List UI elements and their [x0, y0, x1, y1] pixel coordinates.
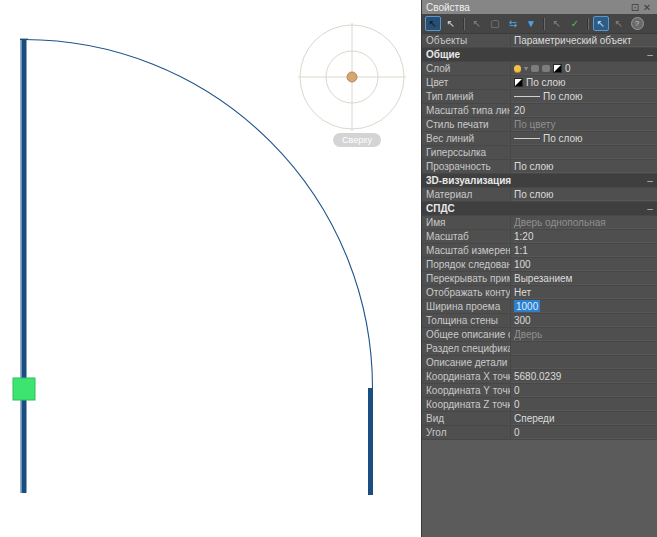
property-row[interactable]: Объекты Параметрический объект: [422, 34, 657, 48]
property-row[interactable]: Масштаб измерений 1:1: [422, 244, 657, 258]
property-value[interactable]: 100: [511, 258, 657, 271]
pin-icon[interactable]: ⊡: [629, 2, 641, 13]
property-value-text: По цвету: [514, 118, 555, 131]
property-row[interactable]: Координата X точки в... 5680.0239: [422, 370, 657, 384]
cycle-select-tool-icon[interactable]: ⇆: [505, 16, 521, 31]
property-value[interactable]: 1:1: [511, 244, 657, 257]
section-label: СПДС: [422, 202, 643, 215]
property-label: Масштаб: [422, 230, 511, 243]
property-row[interactable]: Порядок следования 100: [422, 258, 657, 272]
property-value[interactable]: Параметрический объект: [511, 34, 657, 47]
property-value[interactable]: Нет: [511, 286, 657, 299]
property-value[interactable]: [511, 342, 657, 355]
deselect-tool-icon[interactable]: ↖: [469, 16, 485, 31]
property-value[interactable]: 1000: [511, 300, 657, 313]
property-row[interactable]: Отображать контуры ... Нет: [422, 286, 657, 300]
quick-select-tool-icon[interactable]: ↖: [611, 16, 627, 31]
property-value-text: 1000: [514, 300, 540, 313]
view-pill-label: Сверху: [342, 135, 373, 145]
property-value[interactable]: По слою: [511, 160, 657, 173]
property-value-text: 0: [514, 384, 520, 397]
property-value[interactable]: 300: [511, 314, 657, 327]
application-window: Сверху Свойства ⊡ ✕ ↖↖↖▢⇆▼↖✓↖↖? Объекты …: [0, 0, 657, 537]
window-select-tool-icon[interactable]: ▢: [487, 16, 503, 31]
color-swatch-icon: [514, 78, 523, 87]
collapse-minus-icon[interactable]: –: [643, 202, 657, 215]
panel-titlebar[interactable]: Свойства ⊡ ✕: [422, 0, 657, 14]
select-tool-icon[interactable]: ↖: [425, 16, 441, 31]
property-value[interactable]: По слою: [511, 132, 657, 145]
property-value-text: 0: [565, 62, 571, 75]
help-button-icon[interactable]: ?: [629, 16, 645, 31]
property-row[interactable]: Общее описание объ... Дверь: [422, 328, 657, 342]
property-value[interactable]: [511, 146, 657, 159]
highlight-toggle-icon[interactable]: ↖: [593, 16, 609, 31]
property-row[interactable]: Координата Y точки в... 0: [422, 384, 657, 398]
property-row[interactable]: Вес линий По слою: [422, 132, 657, 146]
property-row[interactable]: Масштаб 1:20: [422, 230, 657, 244]
property-row[interactable]: Ширина проема 1000: [422, 300, 657, 314]
property-value[interactable]: 0: [511, 384, 657, 397]
property-label: Толщина стены: [422, 314, 511, 327]
collapse-minus-icon[interactable]: –: [643, 174, 657, 187]
property-row[interactable]: Имя Дверь однопольная: [422, 216, 657, 230]
property-value[interactable]: Дверь: [511, 328, 657, 341]
property-row[interactable]: Толщина стены 300: [422, 314, 657, 328]
property-value[interactable]: ▾0: [511, 62, 657, 75]
property-value[interactable]: По цвету: [511, 118, 657, 131]
property-rows: Объекты Параметрический объект Общие – С…: [422, 34, 657, 440]
property-label: Общее описание объ...: [422, 328, 511, 341]
property-row[interactable]: Стиль печати По цвету: [422, 118, 657, 132]
view-compass[interactable]: [298, 23, 406, 131]
property-label: Цвет: [422, 76, 511, 89]
property-value[interactable]: Спереди: [511, 412, 657, 425]
property-value[interactable]: По слою: [511, 90, 657, 103]
property-value-text: По слою: [514, 160, 554, 173]
property-label: Угол: [422, 426, 511, 439]
property-value[interactable]: 5680.0239: [511, 370, 657, 383]
property-row[interactable]: Прозрачность По слою: [422, 160, 657, 174]
property-row[interactable]: Тип линий По слою: [422, 90, 657, 104]
property-row[interactable]: Раздел спецификации: [422, 342, 657, 356]
linetype-preview-icon: [514, 96, 540, 97]
apply-selection-tool-icon[interactable]: ✓: [567, 16, 583, 31]
property-value[interactable]: 20: [511, 104, 657, 117]
property-value[interactable]: 0: [511, 398, 657, 411]
property-row[interactable]: Слой ▾0: [422, 62, 657, 76]
property-value[interactable]: Вырезанием: [511, 272, 657, 285]
property-value[interactable]: 1:20: [511, 230, 657, 243]
property-row[interactable]: Вид Спереди: [422, 412, 657, 426]
add-to-selection-tool-icon[interactable]: ↖: [549, 16, 565, 31]
property-row[interactable]: Гиперссылка: [422, 146, 657, 160]
property-row[interactable]: Масштаб типа линий 20: [422, 104, 657, 118]
property-row[interactable]: Перекрывать примит... Вырезанием: [422, 272, 657, 286]
property-row[interactable]: Угол 0: [422, 426, 657, 440]
cursor-tool-icon[interactable]: ↖: [443, 16, 459, 31]
view-name-pill[interactable]: Сверху: [333, 133, 381, 147]
collapse-minus-icon[interactable]: –: [643, 48, 657, 61]
property-value[interactable]: Дверь однопольная: [511, 216, 657, 229]
property-value[interactable]: По слою: [511, 188, 657, 201]
property-row[interactable]: Цвет По слою: [422, 76, 657, 90]
section-header[interactable]: Общие –: [422, 48, 657, 62]
property-row[interactable]: Описание детали: [422, 356, 657, 370]
property-value[interactable]: [511, 356, 657, 369]
property-label: Перекрывать примит...: [422, 272, 511, 285]
section-label: 3D-визуализация: [422, 174, 643, 187]
section-header[interactable]: СПДС –: [422, 202, 657, 216]
close-icon[interactable]: ✕: [641, 2, 653, 13]
section-header[interactable]: 3D-визуализация –: [422, 174, 657, 188]
property-value-text: 1:1: [514, 244, 528, 257]
property-row[interactable]: Координата Z точки в... 0: [422, 398, 657, 412]
drawing-canvas[interactable]: Сверху: [0, 0, 421, 537]
property-value[interactable]: 0: [511, 426, 657, 439]
layer-visibility-bulb-icon: [514, 65, 521, 72]
selection-filter-tool-icon[interactable]: ▼: [523, 16, 539, 31]
property-value[interactable]: По слою: [511, 76, 657, 89]
property-value-text: Вырезанием: [514, 272, 572, 285]
help-glyph: ?: [631, 17, 644, 30]
property-row[interactable]: Материал По слою: [422, 188, 657, 202]
grip-handle[interactable]: [13, 378, 35, 400]
door-swing-arc[interactable]: [24, 40, 373, 389]
property-value-text: 20: [514, 104, 525, 117]
